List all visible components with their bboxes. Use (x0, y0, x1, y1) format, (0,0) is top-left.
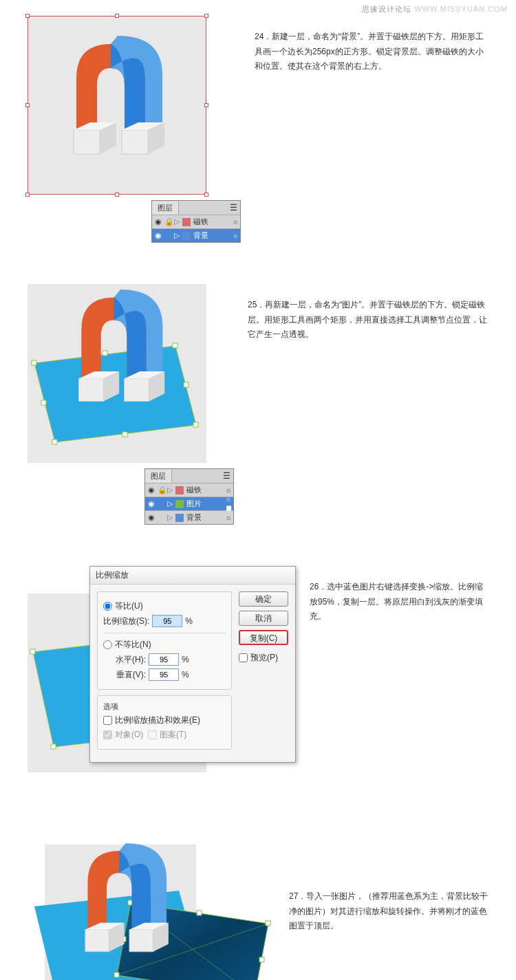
dialog-title: 比例缩放 (90, 567, 295, 585)
canvas-step24 (28, 16, 206, 195)
step-25: 图层☰ ◉🔒▷ 磁铁○ ◉▷ 图片○ ◼ ◉▷ 背景○ 25．再新建一层，命名为… (0, 284, 516, 525)
scale-strokes-checkbox[interactable] (103, 716, 112, 725)
svg-rect-17 (125, 379, 149, 402)
visibility-icon[interactable]: ◉ (152, 231, 164, 240)
svg-rect-13 (184, 382, 189, 387)
nonuniform-radio[interactable] (103, 640, 112, 649)
step-26: 比例缩放 等比(U) 比例缩放(S):% 不等比(N) 水平(H):% 垂直(V… (0, 566, 516, 793)
layers-panel-25[interactable]: 图层☰ ◉🔒▷ 磁铁○ ◉▷ 图片○ ◼ ◉▷ 背景○ (144, 468, 234, 525)
svg-rect-36 (114, 972, 119, 977)
svg-rect-11 (52, 439, 57, 444)
svg-rect-37 (197, 911, 202, 915)
watermark: 思缘设计论坛 WWW.MISSYUAN.COM (0, 0, 516, 16)
magnet-icon (62, 284, 179, 415)
step-27: 27．导入一张图片，（推荐用蓝色系为主，背景比较干净的图片）对其进行缩放和旋转操… (0, 834, 516, 980)
cancel-button[interactable]: 取消 (239, 611, 288, 626)
layers-tab[interactable]: 图层 (152, 202, 179, 215)
svg-rect-42 (129, 930, 153, 952)
svg-rect-14 (122, 432, 127, 437)
svg-rect-34 (266, 921, 270, 926)
svg-rect-1 (122, 130, 148, 154)
layer-row-picture[interactable]: ◉▷ 图片○ ◼ (145, 497, 233, 510)
layers-panel-24[interactable]: 图层☰ ◉🔒▷ 磁铁○ ◉▷ 背景○ (151, 200, 241, 243)
canvas-step27 (28, 834, 275, 980)
svg-rect-15 (41, 400, 46, 405)
svg-rect-24 (30, 649, 35, 654)
preview-checkbox[interactable] (239, 653, 248, 662)
scale-dialog: 比例缩放 等比(U) 比例缩放(S):% 不等比(N) 水平(H):% 垂直(V… (89, 566, 296, 763)
ok-button[interactable]: 确定 (239, 591, 288, 607)
uniform-radio[interactable] (103, 602, 112, 611)
panel-menu-icon[interactable]: ☰ (223, 471, 233, 481)
layer-row-magnet[interactable]: ◉🔒▷ 磁铁○ (152, 215, 240, 228)
svg-rect-10 (193, 422, 198, 427)
step26-text: 26．选中蓝色图片右键选择变换->缩放。比例缩放95%，复制一层。将原层用白到浅… (310, 566, 488, 793)
step27-text: 27．导入一张图片，（推荐用蓝色系为主，背景比较干净的图片）对其进行缩放和旋转操… (289, 834, 488, 980)
svg-rect-41 (85, 930, 109, 952)
layer-row-background[interactable]: ◉▷ 背景○ (145, 510, 233, 524)
layer-row-magnet[interactable]: ◉🔒▷ 磁铁○ (145, 483, 233, 497)
svg-rect-27 (51, 744, 56, 749)
panel-menu-icon[interactable]: ☰ (230, 203, 240, 213)
canvas-step25 (28, 284, 206, 463)
horizontal-input[interactable] (149, 653, 179, 666)
copy-button[interactable]: 复制(C) (239, 630, 288, 645)
step25-text: 25．再新建一层，命名为“图片”。并置于磁铁层的下方。锁定磁铁层。用矩形工具画两… (248, 284, 488, 525)
step-24: 图层☰ ◉🔒▷ 磁铁○ ◉▷ 背景○ 24．新建一层，命名为“背景”。并置于磁铁… (0, 16, 516, 243)
magnet-icon (56, 30, 180, 168)
visibility-icon[interactable]: ◉ (152, 217, 164, 226)
svg-rect-38 (259, 957, 264, 962)
layer-row-background[interactable]: ◉▷ 背景○ (152, 228, 240, 242)
lock-icon[interactable]: 🔒 (164, 217, 174, 226)
step24-text: 24．新建一层，命名为“背景”。并置于磁铁层的下方。用矩形工具画一个边长为256… (255, 16, 488, 243)
objects-checkbox (103, 730, 112, 739)
magnet-icon (69, 838, 182, 965)
svg-rect-0 (74, 130, 100, 154)
scale-input[interactable] (152, 615, 182, 627)
vertical-input[interactable] (149, 668, 179, 681)
svg-rect-8 (32, 360, 36, 365)
svg-rect-16 (79, 379, 104, 402)
patterns-checkbox (148, 730, 157, 739)
